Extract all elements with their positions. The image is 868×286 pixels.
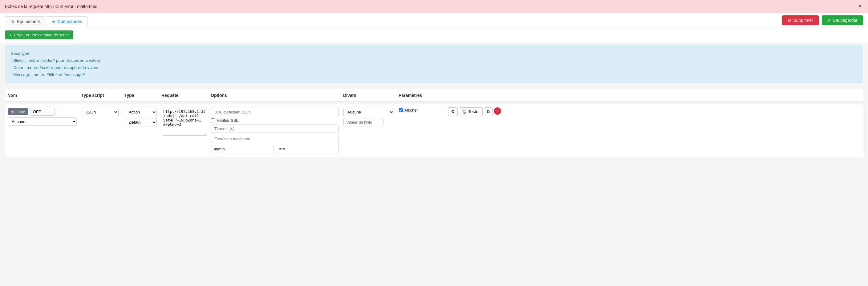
table-row: ✈ Icone Aucune JSON Action Info Défaut xyxy=(5,104,863,157)
cell-actions: ⚙ 📡 Tester ⧉ − xyxy=(446,107,863,117)
tester-button[interactable]: 📡 Tester xyxy=(459,107,483,116)
info-line-3: - Message : mettre #title# et #message# xyxy=(11,71,857,78)
icone-label: Icone xyxy=(16,109,25,114)
header-actions xyxy=(445,92,863,99)
tabs-right: ⊖ Supprimer ✔ Sauvegarder xyxy=(782,15,863,27)
minus-icon: − xyxy=(496,108,499,114)
requete-textarea[interactable]: http://192.168.1.33/admin /api.cgi? Set4… xyxy=(162,108,207,136)
tester-label: Tester xyxy=(468,109,480,114)
cell-options: Vérifier SSL xyxy=(209,107,341,154)
off-input[interactable] xyxy=(30,108,55,116)
settings-button[interactable]: ⚙ xyxy=(448,107,458,116)
tabs-header: 🖥 Equipement ☰ Commandes ⊖ Supprimer ✔ S… xyxy=(0,13,868,27)
tab-commandes-label: Commandes xyxy=(58,19,82,24)
type-action-select[interactable]: Action Info xyxy=(125,108,157,116)
alert-message: Echec de la requête http : Curl error : … xyxy=(5,4,97,9)
alert-close-button[interactable]: × xyxy=(857,3,863,9)
add-commande-label: + Ajouter une commande script xyxy=(13,33,69,37)
divers-select[interactable]: Aucune xyxy=(343,108,394,116)
add-icon: + xyxy=(9,33,12,37)
list-icon: ☰ xyxy=(52,19,56,24)
afficher-label: Afficher xyxy=(404,108,418,113)
password-input[interactable] xyxy=(276,145,339,153)
timeout-input[interactable] xyxy=(211,124,339,133)
valeur-info-input[interactable] xyxy=(343,118,383,127)
afficher-label-row: Afficher xyxy=(399,108,418,113)
info-line-2: - Color : mettre #color# pour récupérer … xyxy=(11,64,857,71)
cell-nom: ✈ Icone Aucune xyxy=(5,107,79,127)
gear-icon: ⚙ xyxy=(451,109,455,114)
tab-commandes[interactable]: ☰ Commandes xyxy=(46,16,88,27)
supprimer-label: Supprimer xyxy=(793,18,813,23)
info-line-1: - Slider : mettre #slider# pour récupére… xyxy=(11,57,857,64)
cell-divers: Aucune xyxy=(341,107,396,128)
info-box: Sous type : - Slider : mettre #slider# p… xyxy=(5,45,863,83)
info-line-0: Sous type : xyxy=(11,50,857,57)
cell-params: Afficher xyxy=(396,107,446,114)
header-options: Options xyxy=(208,92,341,99)
remove-button[interactable]: − xyxy=(494,107,501,115)
pin-icon: ✈ xyxy=(11,109,14,114)
copy-icon: ⧉ xyxy=(487,109,490,114)
copy-button[interactable]: ⧉ xyxy=(484,107,493,116)
verifier-ssl-checkbox[interactable] xyxy=(211,118,215,122)
toolbar: + + Ajouter une commande script xyxy=(0,27,868,42)
login-input[interactable] xyxy=(211,145,274,153)
cell-type-script: JSON xyxy=(79,107,122,117)
add-commande-button[interactable]: + + Ajouter une commande script xyxy=(5,30,73,39)
url-json-input[interactable] xyxy=(211,108,339,116)
type-defaut-select[interactable]: Défaut xyxy=(125,118,157,127)
supprimer-button[interactable]: ⊖ Supprimer xyxy=(782,15,819,25)
computer-icon: 🖥 xyxy=(11,19,15,24)
essais-input[interactable] xyxy=(211,135,339,143)
header-requete: Requête xyxy=(159,92,208,99)
header-divers: Divers xyxy=(341,92,396,99)
cell-type: Action Info Défaut xyxy=(122,107,159,128)
minus-circle-icon: ⊖ xyxy=(787,18,791,23)
table-header: Nom Type script Type Requête Options Div… xyxy=(5,89,863,102)
type-script-select[interactable]: JSON xyxy=(82,108,119,116)
header-nom: Nom xyxy=(5,92,79,99)
sauvegarder-button[interactable]: ✔ Sauvegarder xyxy=(822,15,863,25)
table-section: Nom Type script Type Requête Options Div… xyxy=(0,86,868,160)
tabs-left: 🖥 Equipement ☰ Commandes xyxy=(5,16,88,27)
verifier-ssl-row: Vérifier SSL xyxy=(211,118,339,123)
tester-icon: 📡 xyxy=(462,109,467,114)
header-type: Type xyxy=(122,92,159,99)
header-type-script: Type script xyxy=(79,92,122,99)
icone-button[interactable]: ✈ Icone xyxy=(8,108,28,115)
tab-equipement-label: Equipement xyxy=(17,19,40,24)
login-password-row xyxy=(211,145,339,153)
verifier-ssl-label: Vérifier SSL xyxy=(217,118,238,123)
sauvegarder-label: Sauvegarder xyxy=(833,18,858,23)
alert-bar: Echec de la requête http : Curl error : … xyxy=(0,0,868,13)
cell-requete: http://192.168.1.33/admin /api.cgi? Set4… xyxy=(159,107,209,138)
header-parametres: Paramètres xyxy=(396,92,445,99)
aucune-select[interactable]: Aucune xyxy=(8,117,77,126)
tab-equipement[interactable]: 🖥 Equipement xyxy=(5,16,46,27)
check-circle-icon: ✔ xyxy=(827,18,831,23)
afficher-checkbox[interactable] xyxy=(399,108,403,112)
